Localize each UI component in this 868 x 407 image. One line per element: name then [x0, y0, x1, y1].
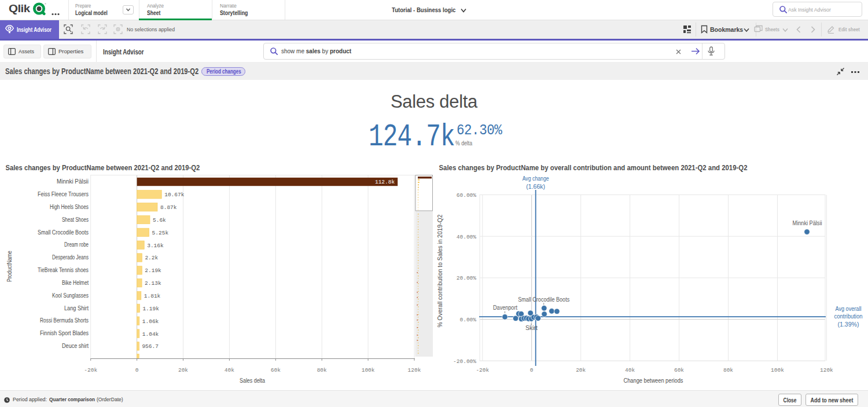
svg-text:60.00%: 60.00% [457, 192, 477, 199]
svg-text:40.00%: 40.00% [457, 234, 477, 240]
svg-text:20k: 20k [178, 367, 188, 373]
svg-text:(1.66k): (1.66k) [526, 183, 545, 190]
svg-text:Minnki Pälsii: Minnki Pälsii [57, 178, 89, 185]
svg-text:contribution: contribution [834, 313, 863, 320]
svg-text:High Heels Shoes: High Heels Shoes [50, 204, 89, 210]
svg-text:Finnish Sport Blades: Finnish Sport Blades [40, 330, 89, 336]
svg-text:80k: 80k [317, 367, 327, 373]
svg-text:Rossi Bermuda Shorts: Rossi Bermuda Shorts [40, 317, 89, 324]
svg-text:40k: 40k [225, 367, 234, 373]
svg-text:5.6k: 5.6k [153, 217, 166, 223]
svg-text:0: 0 [135, 367, 139, 373]
svg-text:Avg change: Avg change [523, 175, 549, 182]
svg-text:1.81k: 1.81k [144, 293, 161, 299]
svg-text:100k: 100k [362, 367, 375, 373]
svg-text:Sales changes by ProductName b: Sales changes by ProductName between 202… [5, 164, 200, 172]
svg-text:0.00%: 0.00% [459, 317, 476, 323]
svg-text:2.13k: 2.13k [145, 280, 161, 287]
svg-text:956.7: 956.7 [142, 343, 159, 350]
svg-text:1.06k: 1.06k [142, 318, 159, 325]
svg-text:60k: 60k [674, 367, 684, 373]
svg-text:Small Crocodile Boots: Small Crocodile Boots [518, 296, 569, 303]
svg-text:80k: 80k [723, 367, 733, 373]
svg-text:Feiss Fleece Trousers: Feiss Fleece Trousers [38, 191, 89, 197]
svg-text:2.19k: 2.19k [145, 267, 161, 274]
svg-text:1.04k: 1.04k [142, 331, 159, 338]
svg-text:Kool Sunglasses: Kool Sunglasses [52, 292, 89, 299]
svg-text:3.16k: 3.16k [147, 243, 164, 249]
svg-text:Sales delta: Sales delta [240, 377, 265, 384]
svg-text:Skirt: Skirt [525, 324, 538, 331]
svg-text:-20k: -20k [84, 367, 97, 373]
svg-text:20.00%: 20.00% [457, 275, 477, 281]
svg-text:120k: 120k [408, 367, 421, 373]
svg-text:Dream robe: Dream robe [64, 241, 89, 248]
svg-text:2.2k: 2.2k [145, 255, 158, 261]
svg-text:8.87k: 8.87k [160, 204, 177, 211]
svg-text:-20k: -20k [476, 367, 489, 373]
svg-text:100k: 100k [771, 367, 784, 373]
svg-text:Davenport: Davenport [493, 304, 517, 311]
svg-text:20k: 20k [576, 367, 586, 373]
svg-text:10.67k: 10.67k [164, 192, 185, 198]
svg-text:Desperado Jeans: Desperado Jeans [52, 254, 89, 261]
svg-text:112.8k: 112.8k [375, 179, 395, 185]
svg-text:1.19k: 1.19k [142, 306, 159, 312]
svg-text:Change between periods: Change between periods [624, 377, 683, 384]
svg-text:% Overall contribution to Sale: % Overall contribution to Sales in 2019-… [437, 214, 443, 327]
svg-text:Deuce shirt: Deuce shirt [62, 343, 89, 349]
svg-text:-20.00%: -20.00% [453, 358, 476, 365]
svg-text:120k: 120k [820, 367, 833, 373]
svg-text:Sales changes by ProductName b: Sales changes by ProductName by overall … [439, 164, 748, 172]
svg-text:Small Crocodile Boots: Small Crocodile Boots [38, 229, 89, 236]
svg-text:Sheat Shoes: Sheat Shoes [62, 217, 89, 223]
svg-text:TieBreak Tennis shoes: TieBreak Tennis shoes [38, 267, 89, 273]
svg-text:ProductName: ProductName [6, 251, 13, 282]
svg-text:Avg overall: Avg overall [836, 305, 862, 312]
svg-text:Minnki Pälsii: Minnki Pälsii [793, 219, 822, 226]
svg-text:40k: 40k [625, 367, 635, 373]
svg-text:Lang Shirt: Lang Shirt [64, 305, 89, 311]
svg-text:Bike Helmet: Bike Helmet [62, 280, 89, 286]
svg-text:(1.39%): (1.39%) [838, 321, 859, 328]
svg-text:60k: 60k [271, 367, 281, 373]
svg-text:5.25k: 5.25k [152, 230, 169, 236]
svg-text:0: 0 [530, 367, 534, 373]
